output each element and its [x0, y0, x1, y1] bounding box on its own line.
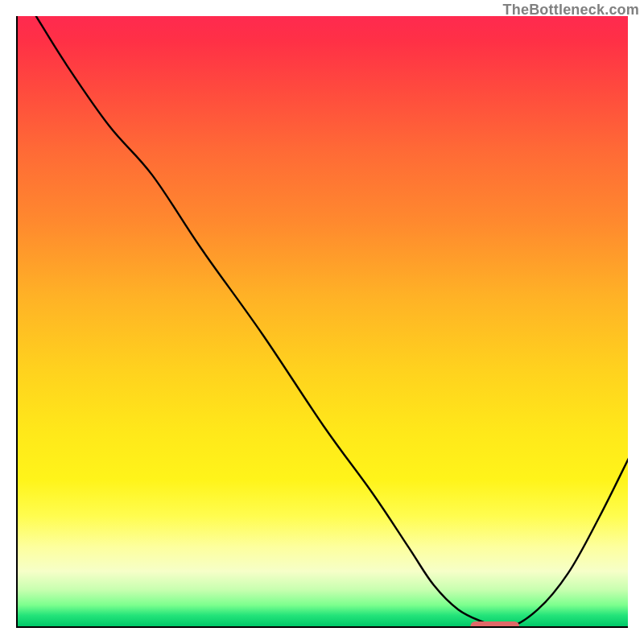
bottleneck-curve-path [36, 16, 628, 628]
plot-area [16, 16, 628, 628]
bottleneck-chart: TheBottleneck.com [0, 0, 644, 644]
curve-svg [18, 16, 628, 628]
optimum-marker [470, 621, 519, 628]
